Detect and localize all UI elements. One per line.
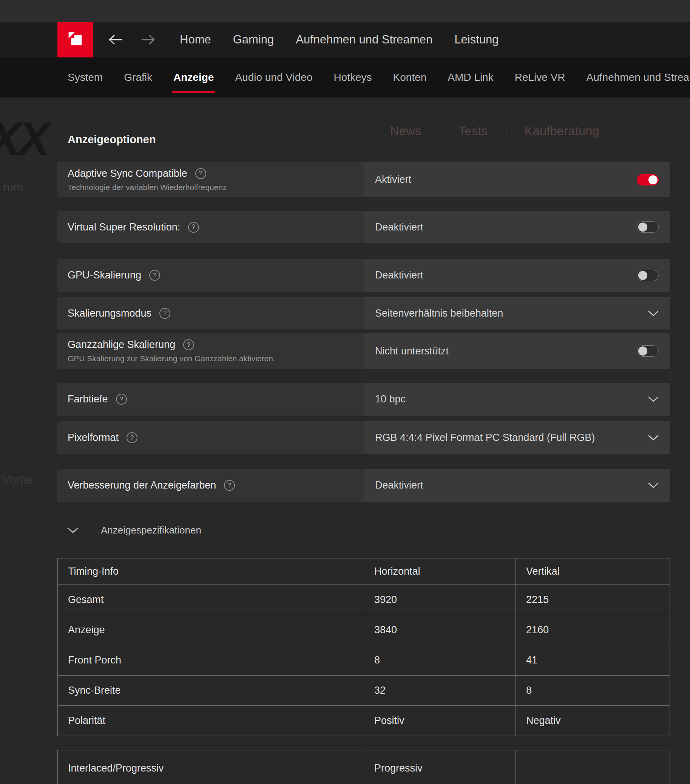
table-header-cell: Horizontal — [364, 558, 516, 585]
setting-row-pixel-format: Pixelformat RGB 4:4:4 Pixel Format PC St… — [58, 421, 670, 454]
table-row: Anzeige 3840 2160 — [58, 615, 670, 645]
setting-label: Ganzzahlige Skalierung — [67, 339, 175, 351]
dropdown-selected-value: Seitenverhältnis beibehalten — [375, 308, 648, 319]
setting-label: Pixelformat — [67, 432, 118, 443]
setting-row-vsr: Virtual Super Resolution: Deaktiviert — [58, 211, 670, 243]
setting-label: Adaptive Sync Compatible — [67, 168, 187, 180]
table-cell: Gesamt — [58, 585, 364, 615]
dropdown[interactable]: Seitenverhältnis beibehalten — [364, 297, 670, 329]
table-row: Front Porch 8 41 — [58, 645, 670, 675]
toggle-switch[interactable] — [637, 174, 659, 186]
amd-logo — [58, 22, 93, 58]
table-cell: Progressiv — [364, 750, 516, 784]
setting-label: Skalierungsmodus — [67, 308, 151, 319]
setting-sublabel: GPU Skalierung zur Skalierung von Ganzza… — [67, 354, 364, 363]
help-icon[interactable] — [116, 394, 127, 405]
background-text-fragment: Vorhe — [2, 473, 33, 487]
nav-item-gaming[interactable]: Gaming — [233, 33, 274, 46]
tab-audio-video[interactable]: Audio und Video — [235, 58, 312, 97]
toggle-knob — [649, 175, 657, 184]
tab-amd-link[interactable]: AMD Link — [447, 58, 493, 97]
display-settings-panel: Anzeigeoptionen Adaptive Sync Compatible… — [58, 97, 670, 784]
table-header-cell: Timing-Info — [58, 558, 364, 585]
table-cell: 8 — [364, 645, 516, 675]
display-specs-section-header[interactable]: Anzeigespezifikationen — [67, 524, 670, 536]
setting-row-color-depth: Farbtiefe 10 bpc — [58, 383, 670, 416]
setting-label: Farbtiefe — [67, 393, 108, 405]
tab-anzeige[interactable]: Anzeige — [173, 58, 214, 97]
nav-item-performance[interactable]: Leistung — [454, 33, 498, 46]
table-row: Interlaced/Progressiv Progressiv — [58, 750, 670, 784]
setting-value: Aktiviert — [375, 174, 637, 186]
toggle-switch[interactable] — [637, 221, 659, 233]
dropdown[interactable]: RGB 4:4:4 Pixel Format PC Standard (Full… — [364, 421, 670, 454]
chevron-down-icon[interactable] — [648, 396, 659, 402]
window-top-strip — [0, 0, 690, 22]
table-cell: 41 — [516, 645, 670, 675]
page-title: Anzeigeoptionen — [67, 133, 670, 146]
dropdown-selected-value: Deaktiviert — [375, 479, 648, 491]
table-cell: Sync-Breite — [58, 675, 364, 706]
setting-row-color-enhancement: Verbesserung der Anzeigefarben Deaktivie… — [58, 469, 670, 502]
setting-row-adaptive-sync: Adaptive Sync Compatible Technologie der… — [58, 162, 670, 197]
nav-item-home[interactable]: Home — [180, 33, 211, 46]
help-icon[interactable] — [188, 222, 199, 233]
tab-grafik[interactable]: Grafik — [124, 58, 152, 97]
setting-value: Deaktiviert — [375, 221, 637, 233]
setting-row-scaling-mode: Skalierungsmodus Seitenverhältnis beibeh… — [58, 297, 670, 329]
toggle-switch[interactable] — [637, 270, 659, 281]
table-row: Sync-Breite 32 8 — [58, 675, 670, 706]
dropdown[interactable]: 10 bpc — [364, 383, 670, 416]
chevron-down-icon[interactable] — [67, 527, 79, 534]
help-icon[interactable] — [224, 480, 235, 491]
toggle-knob — [638, 271, 647, 280]
setting-value: Deaktiviert — [375, 269, 637, 281]
help-icon[interactable] — [127, 432, 138, 443]
timing-info-table: Timing-Info Horizontal Vertikal Gesamt 3… — [58, 558, 670, 736]
tab-system[interactable]: System — [67, 58, 103, 97]
tab-konten[interactable]: Konten — [393, 58, 427, 97]
nav-item-record-stream[interactable]: Aufnehmen und Streamen — [296, 33, 432, 46]
table-cell: 8 — [516, 675, 670, 706]
forward-arrow-icon[interactable] — [141, 34, 156, 45]
table-cell: Interlaced/Progressiv — [58, 750, 364, 784]
help-icon[interactable] — [183, 339, 194, 350]
setting-row-integer-scaling: Ganzzahlige Skalierung GPU Skalierung zu… — [58, 333, 670, 369]
chevron-down-icon[interactable] — [648, 310, 659, 316]
tab-aufnehmen[interactable]: Aufnehmen und Streamen — [586, 58, 690, 97]
dropdown-selected-value: RGB 4:4:4 Pixel Format PC Standard (Full… — [375, 432, 648, 443]
table-cell: 32 — [364, 675, 516, 706]
background-site-logo: XX — [0, 112, 48, 165]
background-text-fragment: rum — [3, 181, 23, 194]
table-cell: Positiv — [364, 706, 516, 736]
table-cell: 3920 — [364, 585, 516, 615]
chevron-down-icon[interactable] — [648, 435, 659, 441]
tab-hotkeys[interactable]: Hotkeys — [334, 58, 371, 97]
help-icon[interactable] — [149, 270, 160, 281]
setting-label: GPU-Skalierung — [67, 269, 141, 281]
settings-tab-bar: System Grafik Anzeige Audio und Video Ho… — [0, 58, 690, 97]
help-icon[interactable] — [195, 168, 206, 179]
main-navigation: Home Gaming Aufnehmen und Streamen Leist… — [180, 33, 498, 46]
setting-value: Nicht unterstützt — [375, 345, 637, 357]
table-header-cell: Vertikal — [516, 558, 670, 585]
table-cell: Anzeige — [58, 615, 364, 645]
back-arrow-icon[interactable] — [107, 34, 123, 45]
setting-row-gpu-scaling: GPU-Skalierung Deaktiviert — [58, 259, 670, 292]
help-icon[interactable] — [159, 308, 170, 319]
table-cell: 3840 — [364, 615, 516, 645]
table-cell: Front Porch — [58, 645, 364, 675]
toggle-switch[interactable] — [637, 345, 659, 357]
setting-label: Verbesserung der Anzeigefarben — [67, 479, 216, 491]
table-row: Gesamt 3920 2215 — [58, 585, 670, 615]
table-cell: 2160 — [516, 615, 670, 645]
interlaced-progressive-table: Interlaced/Progressiv Progressiv — [58, 750, 670, 784]
tab-relive-vr[interactable]: ReLive VR — [515, 58, 565, 97]
table-cell: Negativ — [516, 706, 670, 736]
dropdown[interactable]: Deaktiviert — [364, 469, 670, 502]
setting-label: Virtual Super Resolution: — [67, 221, 180, 233]
amd-arrow-mark — [64, 29, 86, 51]
table-row: Polarität Positiv Negativ — [58, 706, 670, 736]
chevron-down-icon[interactable] — [648, 482, 659, 489]
table-header-row: Timing-Info Horizontal Vertikal — [58, 558, 670, 585]
